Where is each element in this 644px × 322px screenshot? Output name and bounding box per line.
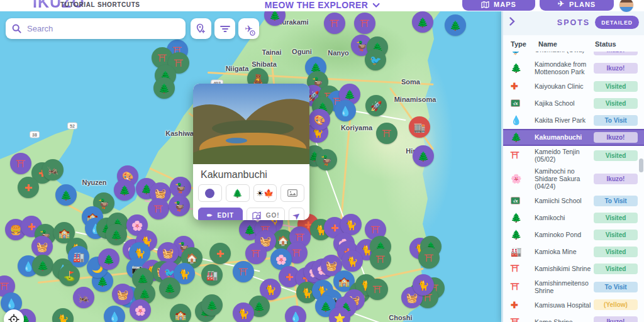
map-marker[interactable]: ⛩	[367, 279, 388, 300]
map-marker[interactable]: ⛩	[324, 13, 345, 34]
row-type-cell: ✚	[511, 300, 535, 310]
search-bar[interactable]	[6, 18, 186, 39]
map-marker[interactable]: 🌲	[445, 14, 466, 36]
map-marker[interactable]: 🌲	[412, 11, 433, 33]
map-marker[interactable]: ⛩	[233, 261, 254, 282]
spot-actions: ✏ EDIT GO! ➤	[193, 203, 309, 220]
map-marker[interactable]: 🌸	[130, 299, 151, 321]
table-row[interactable]: ⛩Kamo ShrineIkuzo!	[503, 313, 644, 322]
detailed-toggle-button[interactable]: DETAILED	[595, 16, 639, 29]
maps-button[interactable]: MAPS	[462, 0, 535, 11]
map-marker[interactable]: 💧	[104, 306, 125, 322]
table-row[interactable]: ⛩Kamishinmeitenso ShrineTo Visit	[503, 277, 644, 297]
map-marker[interactable]: 💧	[285, 306, 306, 322]
map-marker[interactable]: 🦆	[316, 149, 337, 170]
map-marker[interactable]: 💧	[335, 100, 356, 121]
table-row[interactable]: 🌲Kaminoko PondVisited	[503, 226, 644, 243]
current-map-title[interactable]: MEOW THE EXPLORER	[265, 0, 380, 10]
map-marker[interactable]: 🦗	[42, 159, 64, 180]
map-marker[interactable]: 🧺	[31, 236, 53, 257]
row-type-cell: 🌲	[511, 230, 535, 240]
map-marker[interactable]: ✚	[209, 243, 231, 264]
map-marker[interactable]: 🧺	[112, 284, 133, 305]
plans-label: PLANS	[569, 1, 596, 8]
map-marker[interactable]: 🧺	[157, 242, 179, 264]
map-marker[interactable]: 🦗	[73, 287, 94, 308]
map-marker[interactable]: ⛩	[10, 153, 31, 174]
plans-button[interactable]: ✈ PLANS	[540, 0, 614, 11]
pencil-icon: ✏	[207, 212, 213, 219]
map-marker[interactable]: 🏫	[170, 304, 191, 322]
table-row[interactable]: 🌸Kamihochi no Shidare Sakura (04/24)Ikuz…	[503, 165, 644, 192]
city-label: Niigata	[226, 65, 249, 72]
map-marker[interactable]: 🦆	[169, 195, 190, 216]
map-marker[interactable]: 🐦	[365, 49, 386, 70]
row-type-cell: 🌲	[511, 213, 535, 223]
map-marker[interactable]: ⛩	[418, 247, 440, 269]
map-marker[interactable]: 🏭	[201, 264, 223, 286]
table-row[interactable]: ✚Kaiyoukan ClinicVisited	[503, 78, 644, 95]
map-marker[interactable]: 🏬	[409, 116, 430, 138]
map-marker[interactable]: 🌲	[98, 248, 119, 270]
map-marker[interactable]: 🚀	[365, 95, 387, 116]
travel-time-button[interactable]: ✈	[238, 18, 259, 39]
map-marker[interactable]: 🌲	[32, 255, 53, 276]
trees-chip[interactable]: 🌲	[226, 184, 250, 202]
map-marker[interactable]: 🌲	[159, 277, 180, 299]
map-marker[interactable]: 🌲	[413, 145, 434, 167]
table-row[interactable]: 🌲KakumanbuchiIkuzo!	[503, 129, 644, 146]
table-row[interactable]: 🌲Kaimondake from Mottenoson ParkIkuzo!	[503, 58, 644, 78]
go-button[interactable]: GO!	[247, 208, 285, 220]
search-input[interactable]	[27, 24, 179, 33]
category-circle-chip[interactable]	[198, 184, 222, 202]
sun-maple-icon: ☀🍁	[256, 189, 274, 198]
nav-shortcuts[interactable]: SHORTCUTS	[97, 1, 140, 8]
map-marker[interactable]: ⛩	[148, 198, 169, 219]
map-marker[interactable]: ⛩	[245, 243, 267, 264]
row-status-cell: (Yellow)	[594, 299, 640, 310]
table-row[interactable]: ✚Kamisuwa Hospital(Yellow)	[503, 296, 644, 313]
map-marker[interactable]: 🌲	[114, 179, 135, 201]
map-canvas[interactable]: MurakamiTainaiOguniNanyoShibataNiigataSo…	[0, 11, 501, 322]
row-name: Kaminoko Pond	[535, 231, 594, 238]
filter-button[interactable]	[214, 18, 235, 39]
map-marker[interactable]: ⛩	[370, 248, 391, 270]
nav-tutorial[interactable]: TUTORIAL	[60, 1, 95, 8]
table-row[interactable]: ⛩Kameido Tenjin (05/02)Visited	[503, 146, 644, 165]
map-marker[interactable]: 🌲	[153, 77, 175, 99]
sidebar-header: SPOTS DETAILED	[503, 11, 644, 35]
map-marker[interactable]: 🐈	[341, 250, 363, 272]
map-marker[interactable]: ⛳	[58, 265, 80, 286]
spots-table[interactable]: 🐦Onomachi (Owa)Ikuzo!🌲Kaimondake from Mo…	[503, 52, 644, 322]
spot-popup-card: Kakumanbuchi 🌲 ☀🍁 ✏ EDIT GO! ➤	[193, 84, 309, 220]
table-row[interactable]: 🌲KamikochiVisited	[503, 209, 644, 226]
map-marker[interactable]: 🎨	[309, 109, 330, 130]
map-marker[interactable]: 🐈	[413, 274, 434, 296]
map-marker[interactable]: ✚	[18, 177, 39, 198]
map-marker[interactable]: ⛩	[376, 123, 397, 144]
add-location-button[interactable]	[191, 18, 211, 39]
table-row[interactable]: √xKajika SchoolVisited	[503, 95, 644, 112]
user-avatar[interactable]	[619, 0, 633, 12]
trees-icon: 🌲	[511, 213, 521, 223]
map-marker[interactable]: 🌲	[106, 224, 127, 245]
city-label: Nyuzen	[82, 179, 106, 186]
sidebar-scrollbar-thumb[interactable]	[639, 158, 643, 172]
map-marker[interactable]: 🐈	[52, 308, 74, 322]
table-row[interactable]: 🐦Onomachi (Owa)Ikuzo!	[503, 52, 644, 58]
share-button[interactable]: ➤	[289, 208, 304, 220]
map-marker[interactable]: 🌲	[55, 184, 77, 206]
map-marker[interactable]: 🐈	[340, 214, 362, 235]
category-circle-icon	[205, 189, 214, 198]
table-row[interactable]: 🏭Kamioka MineVisited	[503, 243, 644, 260]
map-marker[interactable]: 🐈	[233, 303, 254, 322]
table-row[interactable]: √xKamiichi SchoolTo Visit	[503, 192, 644, 209]
season-chip[interactable]: ☀🍁	[253, 184, 277, 202]
map-marker[interactable]: ⛩	[354, 13, 375, 34]
table-row[interactable]: ⛩Kamishikimi ShrineVisited	[503, 260, 644, 277]
photo-chip[interactable]	[280, 184, 304, 202]
row-type-cell: 🌲	[511, 132, 535, 142]
edit-button[interactable]: ✏ EDIT	[198, 208, 243, 220]
map-marker[interactable]: 🌲	[201, 294, 223, 316]
table-row[interactable]: 💧Kakita River ParkTo Visit	[503, 112, 644, 129]
